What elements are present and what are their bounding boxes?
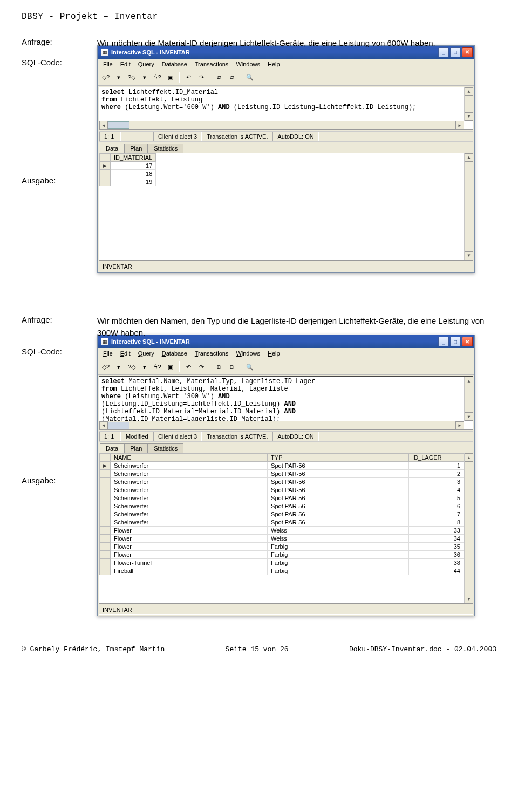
menu-help[interactable]: Help bbox=[264, 349, 283, 358]
tab-plan[interactable]: Plan bbox=[124, 443, 148, 453]
result-grid[interactable]: ID_MATERIAL▶171819 ▲ ▼ bbox=[99, 153, 473, 261]
undo-icon[interactable]: ↶ bbox=[182, 361, 194, 373]
cell[interactable]: Spot PAR-56 bbox=[268, 494, 409, 502]
column-header[interactable]: ID_LAGER bbox=[409, 454, 464, 462]
menu-query[interactable]: Query bbox=[135, 60, 158, 69]
close-button[interactable]: ✕ bbox=[462, 337, 473, 346]
scroll-down-icon[interactable]: ▼ bbox=[465, 595, 473, 603]
cell[interactable]: 4 bbox=[409, 486, 464, 494]
find-icon[interactable]: 🔍 bbox=[244, 72, 256, 84]
find-icon[interactable]: 🔍 bbox=[244, 361, 256, 373]
run-icon[interactable]: ϟ? bbox=[152, 72, 163, 84]
cell[interactable]: 44 bbox=[409, 567, 464, 575]
cell[interactable]: Spot PAR-56 bbox=[268, 486, 409, 494]
cell[interactable]: Farbig bbox=[268, 551, 409, 559]
cell[interactable]: Flower bbox=[111, 551, 268, 559]
sql-editor[interactable]: select Material.Name, Material.Typ, Lage… bbox=[99, 376, 473, 430]
tab-data[interactable]: Data bbox=[100, 443, 124, 453]
cell[interactable]: 35 bbox=[409, 543, 464, 551]
cell[interactable]: Weiss bbox=[268, 535, 409, 543]
cell[interactable]: Spot PAR-56 bbox=[268, 478, 409, 486]
menu-edit[interactable]: Edit bbox=[117, 349, 134, 358]
grid-vscrollbar[interactable]: ▲ ▼ bbox=[464, 153, 473, 260]
scroll-down-icon[interactable]: ▼ bbox=[465, 112, 473, 121]
scroll-up-icon[interactable]: ▲ bbox=[465, 453, 473, 462]
cell[interactable]: 19 bbox=[111, 178, 156, 186]
cell[interactable]: Weiss bbox=[268, 527, 409, 535]
menu-file[interactable]: File bbox=[100, 349, 116, 358]
maximize-button[interactable]: □ bbox=[450, 337, 461, 346]
redo-icon[interactable]: ↷ bbox=[195, 72, 207, 84]
cell[interactable]: Scheinwerfer bbox=[111, 510, 268, 518]
cell[interactable]: 36 bbox=[409, 551, 464, 559]
scroll-right-icon[interactable]: ▶ bbox=[455, 421, 464, 430]
redo-icon[interactable]: ↷ bbox=[195, 361, 207, 373]
cell[interactable]: Spot PAR-56 bbox=[268, 462, 409, 470]
cell[interactable]: 34 bbox=[409, 535, 464, 543]
dropdown-icon[interactable]: ▾ bbox=[113, 72, 125, 84]
menu-windows[interactable]: Windows bbox=[233, 349, 263, 358]
scroll-left-icon[interactable]: ◀ bbox=[99, 421, 108, 430]
cell[interactable]: Scheinwerfer bbox=[111, 486, 268, 494]
hscrollbar[interactable]: ◀ ▶ bbox=[99, 121, 464, 129]
scroll-down-icon[interactable]: ▼ bbox=[465, 251, 473, 260]
cell[interactable]: Flower bbox=[111, 543, 268, 551]
cell[interactable]: Farbig bbox=[268, 559, 409, 567]
scroll-down-icon[interactable]: ▼ bbox=[465, 412, 473, 421]
tab-plan[interactable]: Plan bbox=[124, 144, 148, 153]
sql-editor[interactable]: select Lichteffekt.ID_Materialfrom Licht… bbox=[99, 87, 473, 130]
close-button[interactable]: ✕ bbox=[462, 47, 473, 57]
dropdown-icon[interactable]: ▾ bbox=[139, 361, 151, 373]
scroll-up-icon[interactable]: ▲ bbox=[465, 377, 473, 385]
grid-vscrollbar[interactable]: ▲ ▼ bbox=[464, 453, 473, 603]
scroll-left-icon[interactable]: ◀ bbox=[99, 121, 108, 129]
cell[interactable]: 17 bbox=[111, 161, 156, 169]
query-next-icon[interactable]: ?◇ bbox=[126, 72, 138, 84]
cell[interactable]: 8 bbox=[409, 518, 464, 527]
column-header[interactable]: ID_MATERIAL bbox=[111, 153, 156, 161]
cell[interactable]: 2 bbox=[409, 470, 464, 478]
scroll-right-icon[interactable]: ▶ bbox=[455, 121, 464, 129]
scroll-up-icon[interactable]: ▲ bbox=[465, 87, 473, 96]
cell[interactable]: 18 bbox=[111, 169, 156, 178]
tab-statistics[interactable]: Statistics bbox=[148, 443, 183, 453]
menu-file[interactable]: File bbox=[100, 60, 116, 69]
cell[interactable]: Scheinwerfer bbox=[111, 470, 268, 478]
cell[interactable]: Flower bbox=[111, 527, 268, 535]
column-header[interactable]: TYP bbox=[268, 454, 409, 462]
vscrollbar[interactable]: ▲ ▼ bbox=[464, 87, 473, 121]
cell[interactable]: 6 bbox=[409, 502, 464, 510]
menu-transactions[interactable]: Transactions bbox=[192, 60, 232, 69]
cell[interactable]: Spot PAR-56 bbox=[268, 510, 409, 518]
cell[interactable]: Scheinwerfer bbox=[111, 494, 268, 502]
hscrollbar[interactable]: ◀ ▶ bbox=[99, 421, 464, 429]
run-icon[interactable]: ϟ? bbox=[152, 361, 163, 373]
paste-icon[interactable]: ⧉ bbox=[226, 361, 238, 373]
cell[interactable]: Flower-Tunnel bbox=[111, 559, 268, 567]
cell[interactable]: 3 bbox=[409, 478, 464, 486]
dropdown-icon[interactable]: ▾ bbox=[113, 361, 125, 373]
menu-help[interactable]: Help bbox=[264, 60, 283, 69]
query-prev-icon[interactable]: ◇? bbox=[100, 72, 112, 84]
maximize-button[interactable]: □ bbox=[450, 47, 461, 57]
column-header[interactable]: NAME bbox=[111, 454, 268, 462]
minimize-button[interactable]: _ bbox=[438, 47, 449, 57]
cell[interactable]: Scheinwerfer bbox=[111, 478, 268, 486]
dropdown-icon[interactable]: ▾ bbox=[139, 72, 151, 84]
menu-query[interactable]: Query bbox=[135, 349, 158, 358]
cell[interactable]: Flower bbox=[111, 535, 268, 543]
cell[interactable]: Scheinwerfer bbox=[111, 462, 268, 470]
undo-icon[interactable]: ↶ bbox=[182, 72, 194, 84]
query-prev-icon[interactable]: ◇? bbox=[100, 361, 112, 373]
cell[interactable]: 5 bbox=[409, 494, 464, 502]
query-next-icon[interactable]: ?◇ bbox=[126, 361, 138, 373]
menu-database[interactable]: Database bbox=[159, 349, 190, 358]
cell[interactable]: Scheinwerfer bbox=[111, 518, 268, 527]
stop-icon[interactable]: ▣ bbox=[165, 72, 176, 84]
result-grid[interactable]: NAMETYPID_LAGER▶ScheinwerferSpot PAR-561… bbox=[99, 453, 473, 604]
cell[interactable]: Spot PAR-56 bbox=[268, 518, 409, 527]
copy-icon[interactable]: ⧉ bbox=[213, 361, 225, 373]
cell[interactable]: 7 bbox=[409, 510, 464, 518]
menu-windows[interactable]: Windows bbox=[233, 60, 263, 69]
vscrollbar[interactable]: ▲ ▼ bbox=[464, 377, 473, 421]
